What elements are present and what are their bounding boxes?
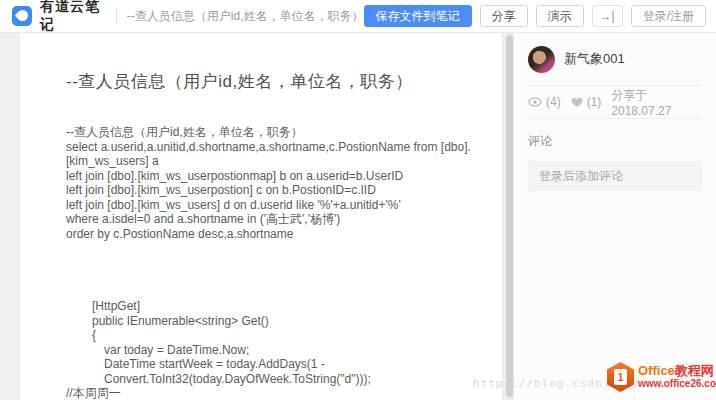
office-logo-number: 1 (614, 369, 627, 385)
likes-heart-icon[interactable] (571, 97, 583, 108)
note-scrollbar-track[interactable] (505, 33, 514, 400)
code-line: [HttpGet] (66, 299, 494, 314)
note-scrollbar-thumb[interactable] (506, 35, 513, 397)
code-line: left join [dbo].[kim_ws_userpostion] c o… (66, 183, 494, 198)
topbar-actions: 保存文件到笔记 分享 演示 →| 登录/注册 (364, 5, 706, 27)
note-title: --查人员信息（用户id,姓名，单位名，职务） (66, 70, 413, 93)
office-brand-name: Office教程网 (638, 364, 716, 377)
office-logo-icon: 1 (607, 362, 634, 392)
code-line (66, 256, 494, 271)
author-avatar[interactable] (528, 46, 555, 73)
code-line: left join [dbo].[kim_ws_users] d on d.us… (66, 198, 494, 213)
share-button[interactable]: 分享 (480, 5, 528, 27)
code-line: DateTime startWeek = today.AddDays(1 - C… (66, 357, 494, 386)
save-to-note-button[interactable]: 保存文件到笔记 (364, 5, 472, 27)
code-line: var today = DateTime.Now; (66, 343, 494, 358)
author-row: 新气象001 (528, 33, 702, 85)
sidebar: 新气象001 (4) (1) 分享于 2018.07.27 评论 (514, 33, 716, 400)
topbar-divider (116, 9, 117, 24)
code-line: //本周周一 (66, 386, 494, 400)
office-badge-text: Office教程网 www.office26.com (638, 364, 716, 390)
note-panel: --查人员信息（用户id,姓名，单位名，职务） --查人员信息（用户id,姓名，… (20, 33, 502, 400)
office-site-badge: 1 Office教程网 www.office26.com (607, 362, 716, 392)
sidebar-divider (528, 118, 702, 119)
youdao-cloud-note-logo-icon[interactable] (12, 6, 32, 26)
app-name: 有道云笔记 (40, 0, 104, 34)
views-count: (4) (546, 95, 561, 109)
code-block: --查人员信息（用户id,姓名，单位名，职务）select a.userid,a… (66, 125, 494, 400)
code-line: left join [dbo].[kim_ws_userpostionmap] … (66, 169, 494, 184)
code-line: select a.userid,a.unitid,d.shortname,a.s… (66, 140, 494, 169)
comments-label: 评论 (528, 133, 702, 150)
shared-date: 分享于 2018.07.27 (611, 87, 702, 118)
stats-row: (4) (1) 分享于 2018.07.27 (528, 86, 702, 118)
author-username: 新气象001 (564, 50, 625, 68)
office-brand-url: www.office26.com (638, 377, 716, 390)
comment-input[interactable] (528, 161, 702, 191)
code-line (66, 270, 494, 285)
likes-count: (1) (587, 95, 602, 109)
office-brand-part1: Office (638, 363, 675, 378)
topbar-doc-title: --查人员信息（用户id,姓名，单位名，职务） (127, 8, 364, 25)
code-line: order by c.PostionName desc,a.shortname (66, 227, 494, 242)
login-register-button[interactable]: 登录/注册 (631, 5, 706, 27)
present-button[interactable]: 演示 (536, 5, 584, 27)
code-line: where a.isdel=0 and a.shortname in ('高士武… (66, 212, 494, 227)
export-collapse-icon[interactable]: →| (592, 5, 623, 27)
code-line: { (66, 328, 494, 343)
code-line: --查人员信息（用户id,姓名，单位名，职务） (66, 125, 494, 140)
topbar: 有道云笔记 --查人员信息（用户id,姓名，单位名，职务） 保存文件到笔记 分享… (0, 0, 716, 33)
views-eye-icon (528, 97, 542, 107)
code-line (66, 241, 494, 256)
code-line: public IEnumerable<string> Get() (66, 314, 494, 329)
office-brand-part2: 教程网 (675, 363, 714, 378)
code-line (66, 285, 494, 300)
